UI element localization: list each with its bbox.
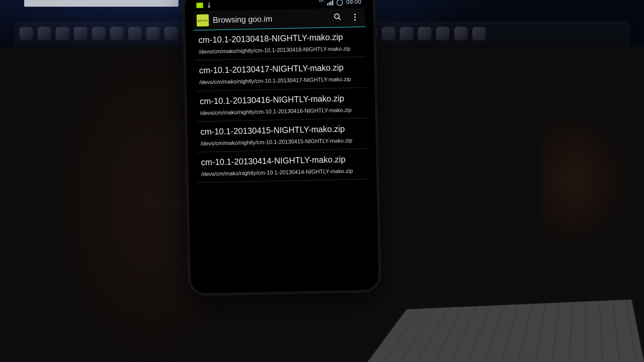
download-icon: ⭳ [206,2,212,8]
overflow-dot-icon [354,16,356,18]
list-item[interactable]: cm-10.1-20130415-NIGHTLY-mako.zip /devs/… [196,118,368,152]
file-name: cm-10.1-20130414-NIGHTLY-mako.zip [201,154,364,168]
hand-right-fingers [540,121,644,268]
signal-icon [327,0,333,5]
overflow-menu-button[interactable] [348,14,362,21]
overflow-dot-icon [354,14,356,15]
list-item[interactable]: cm-10.1-20130417-NIGHTLY-mako.zip /devs/… [194,57,367,91]
action-bar-title: Browsing goo.im [213,13,327,25]
background-browser-url [24,0,178,7]
app-icon[interactable]: goo.im [197,14,209,26]
overflow-dot-icon [354,19,356,20]
search-button[interactable] [331,13,344,23]
file-path: /devs/cm/mako/nightly/cm-10.1-20130417-N… [199,75,362,86]
phone-screen: ⭳ H+ 09:00 goo.im Browsing goo.im [193,0,370,275]
phone-body: ⭳ H+ 09:00 goo.im Browsing goo.im [185,0,379,294]
file-name: cm-10.1-20130417-NIGHTLY-mako.zip [199,62,362,76]
status-clock: 09:00 [346,0,361,6]
file-path: /devs/cm/mako/nightly/cm-10.1-20130414-N… [201,167,364,178]
list-item[interactable]: cm-10.1-20130414-NIGHTLY-mako.zip /devs/… [196,149,369,183]
notification-icon [196,3,203,8]
file-name: cm-10.1-20130416-NIGHTLY-mako.zip [200,92,362,106]
file-name: cm-10.1-20130415-NIGHTLY-mako.zip [200,123,363,137]
list-item[interactable]: cm-10.1-20130416-NIGHTLY-mako.zip /devs/… [195,87,367,122]
hand-holding-phone [0,40,215,362]
svg-line-1 [338,18,340,20]
file-name: cm-10.1-20130418-NIGHTLY-mako.zip [198,31,361,45]
list-item[interactable]: cm-10.1-20130418-NIGHTLY-mako.zip /devs/… [194,26,366,61]
home-button-icon[interactable]: ◯ [280,274,287,276]
search-icon [333,13,341,21]
recent-button-icon[interactable]: ▭ [338,273,345,275]
file-list[interactable]: cm-10.1-20130418-NIGHTLY-mako.zip /devs/… [194,26,370,276]
file-path: /devs/cm/mako/nightly/cm-10.1-20130415-N… [201,136,363,147]
file-path: /devs/cm/mako/nightly/cm-10.1-20130416-N… [200,106,362,116]
network-type-label: H+ [319,0,324,3]
data-sync-icon [336,0,343,6]
file-path: /devs/cm/mako/nightly/cm-10.1-20130418-N… [199,45,361,55]
